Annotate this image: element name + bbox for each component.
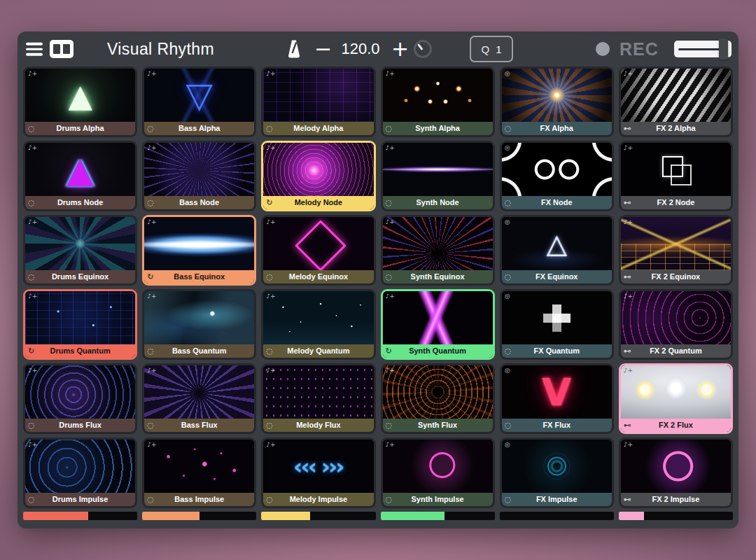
clip-cell-drums-flux[interactable]: ♪+ ◌ Drums Flux [23,363,137,434]
clip-thumbnail[interactable]: ♪+ [621,440,731,493]
clip-cell-fx-2-quantum[interactable]: ♪+ ⊷ FX 2 Quantum [619,289,733,360]
clip-thumbnail[interactable]: ♪+ [621,365,731,419]
clip-cell-bass-flux[interactable]: ♪+ ◌ Bass Flux [142,363,256,434]
clip-thumbnail[interactable]: ◎ [502,291,612,344]
clip-label-text: Synth Equinox [411,272,465,281]
clip-cell-fx-2-alpha[interactable]: ♪+ ⊷ FX 2 Alpha [619,66,733,137]
clip-label-text: FX 2 Quantum [650,346,702,355]
clip-thumbnail[interactable]: ♪+ [25,143,135,196]
metronome-icon[interactable] [286,40,302,59]
clip-thumbnail[interactable]: ♪+ [25,291,135,344]
clip-label-text: Synth Flux [418,421,457,429]
clip-thumbnail[interactable]: ◎ [502,217,612,270]
clip-thumbnail[interactable]: ♪+ [263,217,373,270]
clip-thumbnail[interactable]: ♪+ [144,217,254,270]
clip-cell-drums-quantum[interactable]: ♪+ ↻ Drums Quantum [23,289,137,360]
clip-thumbnail[interactable]: ♪+ [144,143,254,196]
quantize-circle-icon: ◌ [266,270,273,284]
clip-thumbnail[interactable]: ♪+ [383,440,493,493]
clip-cell-melody-alpha[interactable]: ♪+ ◌ Melody Alpha [261,66,375,137]
clip-cell-drums-node[interactable]: ♪+ ◌ Drums Node [23,141,137,211]
clip-thumbnail[interactable]: ◎ [502,440,612,493]
note-plus-icon: ♪+ [266,367,275,374]
clip-thumbnail[interactable]: ♪+ [383,291,493,344]
clip-cell-drums-equinox[interactable]: ♪+ ◌ Drums Equinox [23,215,137,286]
clip-thumbnail[interactable]: ♪+ [263,69,373,122]
clip-thumbnail[interactable]: ♪+ [263,365,373,419]
clip-cell-melody-node[interactable]: ♪+ ↻ Melody Node [261,141,375,211]
clip-thumbnail[interactable]: ◎ [502,143,612,196]
clip-cell-fx-2-flux[interactable]: ♪+ ⊷ FX 2 Flux [619,363,733,434]
clip-cell-fx-2-equinox[interactable]: ♪+ ⊷ FX 2 Equinox [619,215,733,286]
clip-cell-fx-quantum[interactable]: ◎ ◌ FX Quantum [500,289,614,360]
quantize-control[interactable]: Q 1 [470,36,513,62]
clip-thumbnail[interactable]: ♪+ [25,365,135,419]
clip-cell-drums-impulse[interactable]: ♪+ ◌ Drums Impulse [23,438,137,508]
clip-thumbnail[interactable]: ♪+ [144,365,254,419]
clip-cell-synth-alpha[interactable]: ♪+ ◌ Synth Alpha [381,66,495,137]
toolbar: Visual Rhythm − 120.0 + Q 1 REC [18,31,738,66]
clip-thumbnail[interactable]: ♪+ [383,365,493,419]
clip-cell-fx-flux[interactable]: ◎ ◌ FX Flux [500,363,614,434]
clip-thumbnail[interactable]: ♪+ [621,291,731,344]
clip-label-text: FX 2 Flux [659,421,693,429]
clip-cell-bass-equinox[interactable]: ♪+ ↻ Bass Equinox [142,215,256,286]
clip-thumbnail[interactable]: ♪+ [144,440,254,493]
clip-label-text: FX Impulse [536,495,578,503]
clip-thumbnail[interactable]: ♪+ [25,440,135,493]
tap-tempo-dial-icon[interactable] [414,40,432,58]
record-indicator[interactable] [596,42,610,56]
clip-cell-melody-flux[interactable]: ♪+ ◌ Melody Flux [261,363,375,434]
clip-label: ◌ Synth Node [383,196,493,209]
hamburger-menu-icon[interactable] [26,43,43,56]
clip-cell-fx-2-node[interactable]: ♪+ ⊷ FX 2 Node [619,141,733,211]
clip-cell-synth-flux[interactable]: ♪+ ◌ Synth Flux [381,363,495,434]
master-fader[interactable] [674,41,732,57]
record-label[interactable]: REC [620,39,659,59]
tempo-increase-button[interactable]: + [391,38,409,59]
clip-thumbnail[interactable]: ♪+ [263,143,373,196]
note-plus-icon: ♪+ [266,441,275,448]
clip-cell-melody-impulse[interactable]: ♪+ ◌ Melody Impulse [261,438,375,508]
clip-thumbnail[interactable]: ◎ [502,365,612,419]
clip-cell-synth-equinox[interactable]: ♪+ ◌ Synth Equinox [381,215,495,286]
clip-cell-synth-node[interactable]: ♪+ ◌ Synth Node [381,141,495,211]
clip-cell-synth-impulse[interactable]: ♪+ ◌ Synth Impulse [381,438,495,508]
clip-thumbnail[interactable]: ♪+ [383,69,493,122]
clip-thumbnail[interactable]: ♪+ [383,217,493,270]
clip-thumbnail[interactable]: ♪+ [263,291,373,344]
quantize-circle-icon: ◌ [386,122,393,135]
clip-thumbnail[interactable]: ♪+ [144,69,254,122]
clip-thumbnail[interactable]: ♪+ [383,143,493,196]
clip-thumbnail[interactable]: ♪+ [621,143,731,196]
clip-label: ↻ Drums Quantum [25,344,135,358]
clip-cell-bass-node[interactable]: ♪+ ◌ Bass Node [142,141,256,211]
clip-thumbnail[interactable]: ♪+ [263,440,373,493]
clip-cell-melody-equinox[interactable]: ♪+ ◌ Melody Equinox [261,215,375,286]
clip-cell-synth-quantum[interactable]: ♪+ ↻ Synth Quantum [381,289,495,360]
tempo-decrease-button[interactable]: − [314,38,332,59]
clip-cell-fx-2-impulse[interactable]: ♪+ ⊷ FX 2 Impulse [619,438,733,508]
clip-thumbnail[interactable]: ♪+ [144,291,254,344]
clip-cell-fx-equinox[interactable]: ◎ ◌ FX Equinox [500,215,614,286]
clip-thumbnail[interactable]: ♪+ [621,217,731,270]
clip-thumbnail[interactable]: ◎ [502,69,612,122]
note-plus-icon: ♪+ [386,218,395,225]
clip-cell-drums-alpha[interactable]: ♪+ ◌ Drums Alpha [23,66,137,137]
clip-cell-fx-alpha[interactable]: ◎ ◌ FX Alpha [500,66,614,137]
clip-cell-fx-impulse[interactable]: ◎ ◌ FX Impulse [500,438,614,508]
clip-cell-melody-quantum[interactable]: ♪+ ◌ Melody Quantum [261,289,375,360]
clip-thumbnail[interactable]: ♪+ [25,217,135,270]
fader-knob[interactable] [719,38,728,59]
clip-cell-fx-node[interactable]: ◎ ◌ FX Node [500,141,614,211]
filmstrip-icon[interactable] [50,40,74,58]
clip-cell-bass-quantum[interactable]: ♪+ ◌ Bass Quantum [142,289,256,360]
note-plus-icon: ♪+ [386,441,395,448]
tempo-value[interactable]: 120.0 [334,40,387,58]
clip-cell-bass-impulse[interactable]: ♪+ ◌ Bass Impulse [142,438,256,508]
note-plus-icon: ♪+ [147,367,156,374]
clip-thumbnail[interactable]: ♪+ [621,69,731,122]
clip-thumbnail[interactable]: ♪+ [25,69,135,122]
clip-cell-bass-alpha[interactable]: ♪+ ◌ Bass Alpha [142,66,256,137]
clip-label-text: FX 2 Equinox [652,272,701,281]
